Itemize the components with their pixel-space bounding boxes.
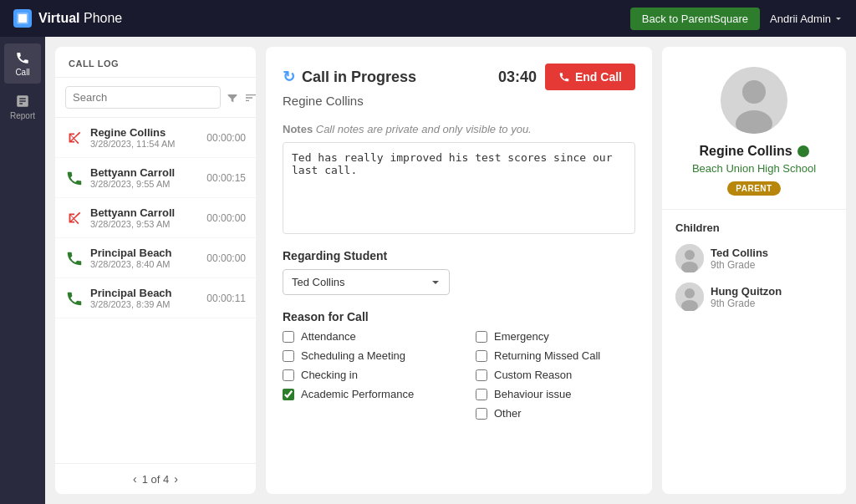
svg-rect-1 — [18, 14, 27, 23]
child-name: Ted Collins — [711, 247, 768, 259]
prev-page-button[interactable]: ‹ — [133, 472, 137, 486]
topbar-right: Back to ParentSquare Andrii Admin — [630, 8, 843, 30]
call-log-panel: CALL LOG Regine Collins 3/28/2023, — [55, 47, 256, 494]
call-missed-icon — [65, 209, 84, 227]
admin-label: Andrii Admin — [770, 13, 843, 25]
children-title: Children — [675, 221, 833, 234]
regarding-student-label: Regarding Student — [283, 249, 635, 262]
app-brand: Virtual Phone — [38, 11, 122, 26]
child-avatar — [675, 283, 704, 311]
child-grade: 9th Grade — [711, 298, 782, 309]
child-info: Ted Collins 9th Grade — [711, 247, 768, 271]
contact-name: Regine Collins — [699, 144, 792, 159]
refresh-icon: ↻ — [283, 68, 295, 86]
student-select[interactable]: Ted Collins — [283, 269, 450, 295]
search-input[interactable] — [65, 86, 221, 109]
children-section: Children Ted Collins 9th Grade — [662, 210, 846, 333]
list-item: Hung Quitzon 9th Grade — [675, 283, 833, 311]
avatar — [721, 67, 787, 134]
table-row[interactable]: Bettyann Carroll 3/28/2023, 9:53 AM 00:0… — [55, 198, 256, 238]
contact-school: Beach Union High School — [692, 162, 816, 175]
notes-label: Notes Call notes are private and only vi… — [283, 123, 635, 135]
call-timer: 03:40 — [498, 69, 537, 86]
end-call-button[interactable]: End Call — [545, 64, 635, 90]
page-indicator: 1 of 4 — [142, 473, 170, 486]
sidebar-item-call[interactable]: Call — [4, 43, 41, 84]
list-item[interactable]: Custom Reason — [476, 369, 635, 381]
next-page-button[interactable]: › — [174, 472, 178, 486]
topbar-left: Virtual Phone — [13, 9, 122, 28]
call-info: Principal Beach 3/28/2023, 8:40 AM — [90, 247, 206, 269]
avatar-icon — [721, 67, 787, 134]
app-logo-icon — [13, 9, 32, 28]
call-missed-icon — [65, 129, 84, 147]
call-log-header: CALL LOG — [55, 47, 256, 78]
list-item[interactable]: Attendance — [283, 330, 442, 343]
table-row[interactable]: Principal Beach 3/28/2023, 8:40 AM 00:00… — [55, 238, 256, 278]
table-row[interactable]: Regine Collins 3/28/2023, 11:54 AM 00:00… — [55, 118, 256, 158]
sidebar-item-report[interactable]: Report — [4, 87, 41, 127]
call-received-icon — [65, 249, 84, 267]
sidebar-report-label: Report — [10, 111, 35, 120]
notes-textarea[interactable]: Ted has really improved his test scores … — [283, 142, 635, 234]
child-grade: 9th Grade — [711, 259, 768, 271]
call-timer-end: 03:40 End Call — [498, 64, 635, 90]
child-info: Hung Quitzon 9th Grade — [711, 285, 782, 309]
main-layout: Call Report CALL LOG — [0, 37, 856, 504]
call-in-progress-title: ↻ Call in Progress — [283, 68, 416, 86]
call-progress-panel: ↻ Call in Progress 03:40 End Call Regine… — [266, 47, 652, 494]
list-item[interactable]: Scheduling a Meeting — [283, 349, 442, 362]
call-info: Bettyann Carroll 3/28/2023, 9:55 AM — [90, 166, 206, 189]
pagination: ‹ 1 of 4 › — [133, 472, 178, 486]
contact-name-row: Regine Collins — [699, 144, 808, 159]
call-received-icon — [65, 169, 84, 187]
call-log-footer: ‹ 1 of 4 › — [55, 463, 256, 494]
list-item: Ted Collins 9th Grade — [675, 244, 833, 272]
online-status-indicator — [797, 145, 809, 157]
contact-panel: Regine Collins Beach Union High School P… — [662, 47, 846, 494]
svg-point-6 — [685, 250, 695, 260]
list-item[interactable]: Checking in — [283, 369, 442, 381]
topbar: Virtual Phone Back to ParentSquare Andri… — [0, 0, 856, 37]
list-item[interactable]: Academic Performance — [283, 388, 442, 400]
svg-point-9 — [685, 288, 695, 298]
list-item[interactable]: Other — [476, 407, 635, 420]
call-info: Principal Beach 3/28/2023, 8:39 AM — [90, 287, 206, 309]
child-avatar-icon — [675, 244, 704, 272]
contact-card-top: Regine Collins Beach Union High School P… — [662, 47, 846, 210]
call-received-icon — [65, 289, 84, 308]
child-avatar — [675, 244, 704, 272]
list-item[interactable]: Returning Missed Call — [476, 349, 635, 362]
table-row[interactable]: Principal Beach 3/28/2023, 8:39 AM 00:00… — [55, 278, 256, 318]
filter-icon[interactable] — [226, 91, 239, 104]
reason-checkboxes: Attendance Emergency Scheduling a Meetin… — [283, 330, 635, 420]
call-in-progress-header: ↻ Call in Progress 03:40 End Call — [283, 64, 635, 90]
side-nav: Call Report — [0, 37, 45, 504]
call-contact-name: Regine Collins — [283, 94, 635, 108]
content-area: CALL LOG Regine Collins 3/28/2023, — [45, 37, 856, 504]
reason-for-call-label: Reason for Call — [283, 310, 635, 323]
child-avatar-icon — [675, 283, 704, 311]
list-item[interactable]: Behaviour issue — [476, 388, 635, 400]
call-log-search-bar — [55, 78, 256, 118]
chevron-down-icon — [431, 277, 441, 288]
call-log-list: Regine Collins 3/28/2023, 11:54 AM 00:00… — [55, 118, 256, 463]
sort-icon[interactable] — [244, 91, 256, 104]
parent-badge: PARENT — [727, 181, 780, 196]
child-name: Hung Quitzon — [711, 285, 782, 298]
phone-end-icon — [558, 71, 570, 83]
list-item[interactable]: Emergency — [476, 330, 635, 343]
table-row[interactable]: Bettyann Carroll 3/28/2023, 9:55 AM 00:0… — [55, 158, 256, 198]
filter-icons — [226, 91, 256, 104]
call-info: Bettyann Carroll 3/28/2023, 9:53 AM — [90, 206, 206, 229]
sidebar-call-label: Call — [15, 68, 29, 77]
call-log-title: CALL LOG — [69, 59, 242, 69]
call-info: Regine Collins 3/28/2023, 11:54 AM — [90, 126, 206, 149]
back-to-parentsquare-button[interactable]: Back to ParentSquare — [630, 8, 760, 30]
svg-point-3 — [742, 80, 766, 104]
